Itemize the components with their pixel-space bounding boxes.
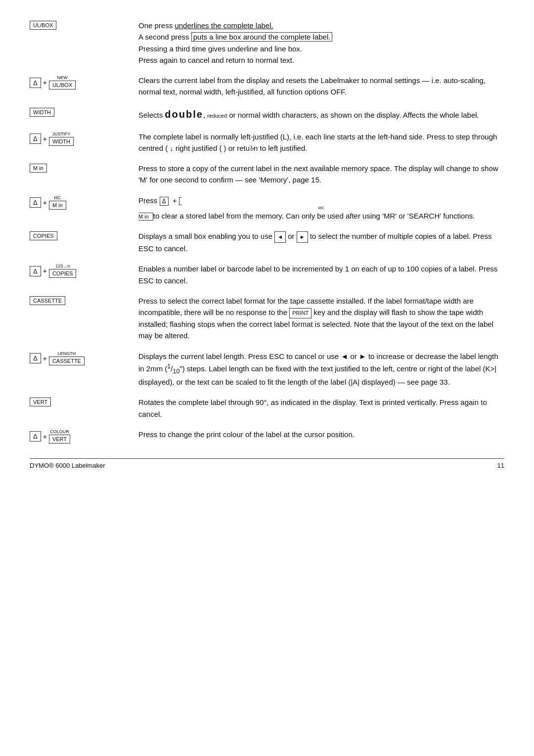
delta-key4: Δ <box>30 266 41 276</box>
entry-mc-min: Δ + MC M in Press Δ + MC M in to clear a… <box>30 195 504 222</box>
delta-key6: Δ <box>30 431 41 442</box>
plus-sign2: + <box>43 135 47 143</box>
desc-123-copies: Enables a number label or barcode label … <box>138 263 504 286</box>
key-cassette: CASSETTE <box>30 296 65 305</box>
plus-sign6: + <box>43 433 47 441</box>
desc-ul-box: One press underlines the complete label.… <box>138 20 504 66</box>
plus-sign: + <box>43 79 47 87</box>
entry-colour-vert: Δ + COLOUR VERT Press to change the prin… <box>30 429 504 444</box>
arrow-right: ► <box>297 231 308 243</box>
entry-new-ulbox: Δ + NEW UL/BOX Clears the current label … <box>30 75 504 98</box>
stacked-mc-min: MC M in <box>49 196 66 210</box>
underline-text: underlines the complete label. <box>175 21 273 30</box>
key-copies: COPIES <box>30 231 57 240</box>
key-col-new-ulbox: Δ + NEW UL/BOX <box>30 75 138 89</box>
stacked-colour-vert: COLOUR VERT <box>49 430 70 444</box>
key-col-vert: VERT <box>30 397 138 406</box>
super-label-colour: COLOUR <box>50 430 69 434</box>
desc-length-cassette: Displays the current label length. Press… <box>138 351 504 388</box>
entry-ul-box: UL/BOX One press underlines the complete… <box>30 20 504 66</box>
key-col-mc-min: Δ + MC M in <box>30 195 138 210</box>
delta-key3: Δ <box>30 197 41 208</box>
entry-cassette: CASSETTE Press to select the correct lab… <box>30 295 504 342</box>
key-col-justify-width: Δ + JUSTIFY WIDTH <box>30 131 138 146</box>
entry-width: WIDTH Selects double, reduced or normal … <box>30 107 504 122</box>
inline-mc-key: MC M in <box>138 197 504 221</box>
key-vert: VERT <box>30 398 51 406</box>
boxed-text: puts a line box around the complete labe… <box>191 32 333 42</box>
footer-right: 11 <box>497 462 504 469</box>
reduced-text: reduced <box>207 113 227 119</box>
stacked-123-copies: 123…n COPIES <box>49 264 77 278</box>
stacked-justify-width: JUSTIFY WIDTH <box>49 132 74 146</box>
key-col-copies: COPIES <box>30 230 138 240</box>
key-width: WIDTH <box>30 108 54 117</box>
key-col-123-copies: Δ + 123…n COPIES <box>30 263 138 278</box>
desc-colour-vert: Press to change the print colour of the … <box>138 429 504 440</box>
delta-key: Δ <box>30 78 41 88</box>
super-label-new: NEW <box>57 76 68 80</box>
inline-delta: Δ <box>160 197 169 206</box>
super-label-length: LENGTH <box>58 352 76 356</box>
desc-width: Selects double, reduced or normal width … <box>138 107 504 122</box>
stacked-length-cassette: LENGTH CASSETTE <box>49 352 85 365</box>
desc-m-in: Press to store a copy of the current lab… <box>138 163 504 186</box>
arrow-left: ◄ <box>274 231 286 243</box>
desc-copies: Displays a small box enabling you to use… <box>138 230 504 254</box>
entry-123-copies: Δ + 123…n COPIES Enables a number label … <box>30 263 504 286</box>
key-width2: WIDTH <box>49 137 74 146</box>
plus-sign3: + <box>43 199 47 207</box>
key-min: M in <box>30 164 47 173</box>
key-col-length-cassette: Δ + LENGTH CASSETTE <box>30 351 138 365</box>
super-label-mc: MC <box>54 196 61 200</box>
desc-cassette: Press to select the correct label format… <box>138 295 504 342</box>
key-col-colour-vert: Δ + COLOUR VERT <box>30 429 138 444</box>
entry-copies: COPIES Displays a small box enabling you… <box>30 230 504 254</box>
entry-justify-width: Δ + JUSTIFY WIDTH The complete label is … <box>30 131 504 154</box>
footer: DYMO® 6000 Labelmaker 11 <box>30 458 504 469</box>
key-min2: M in <box>49 201 66 210</box>
key-col-cassette: CASSETTE <box>30 295 138 305</box>
desc-justify-width: The complete label is normally left-just… <box>138 131 504 154</box>
double-text: double <box>165 109 203 120</box>
entry-vert: VERT Rotates the complete label through … <box>30 397 504 420</box>
key-ulbox: UL/BOX <box>30 21 56 30</box>
stacked-new-ulbox: NEW UL/BOX <box>49 76 76 89</box>
key-ulbox2: UL/BOX <box>49 81 76 89</box>
key-copies2: COPIES <box>49 269 77 278</box>
desc-vert: Rotates the complete label through 90°, … <box>138 397 504 420</box>
super-label-123n: 123…n <box>55 264 70 268</box>
key-col-ul-box: UL/BOX <box>30 20 138 30</box>
desc-mc-min: Press Δ + MC M in to clear a stored labe… <box>138 195 504 222</box>
entry-length-cassette: Δ + LENGTH CASSETTE Displays the current… <box>30 351 504 388</box>
super-label-justify: JUSTIFY <box>52 132 71 136</box>
key-cassette2: CASSETTE <box>49 356 85 365</box>
page-content: UL/BOX One press underlines the complete… <box>30 20 504 469</box>
key-col-width: WIDTH <box>30 107 138 117</box>
key-col-m-in: M in <box>30 163 138 173</box>
footer-left: DYMO® 6000 Labelmaker <box>30 462 105 469</box>
key-vert2: VERT <box>49 435 70 444</box>
delta-key2: Δ <box>30 133 41 144</box>
plus-sign4: + <box>43 267 47 275</box>
entry-m-in: M in Press to store a copy of the curren… <box>30 163 504 186</box>
delta-key5: Δ <box>30 353 41 363</box>
print-key: PRINT <box>289 308 312 318</box>
plus-sign5: + <box>43 355 47 362</box>
desc-new-ulbox: Clears the current label from the displa… <box>138 75 504 98</box>
